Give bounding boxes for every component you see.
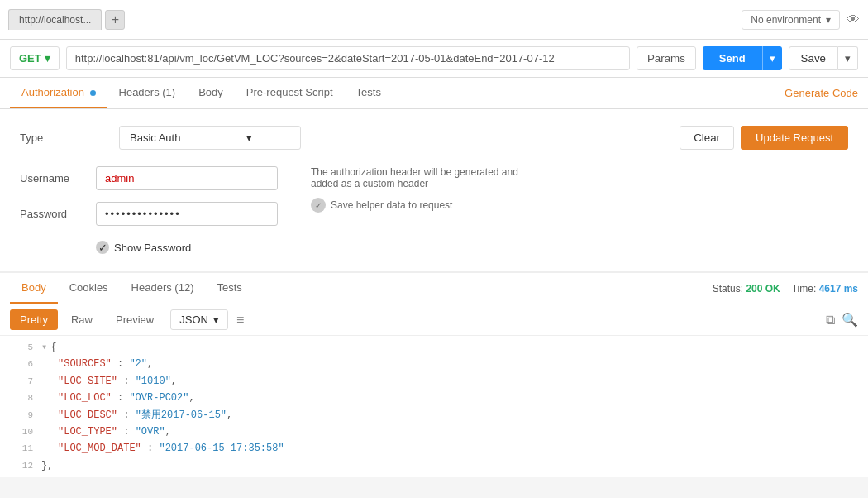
send-arrow-button[interactable]: ▾ [762,46,782,70]
json-line-8: 8 "LOC_LOC" : "OVR-PC02", [0,390,868,406]
save-helper-label: Save helper data to request [331,199,452,211]
status-label: Status: 200 OK [713,283,780,294]
credentials-form: Username Password ✓ Show Password [20,166,278,254]
tab-body[interactable]: Body [187,78,235,108]
url-tab[interactable]: http://localhost... [8,9,102,30]
bv-tab-raw[interactable]: Raw [61,309,103,330]
copy-button[interactable]: ⧉ [826,312,835,328]
send-button[interactable]: Send [703,46,762,70]
response-status: Status: 200 OK Time: 4617 ms [713,283,858,294]
type-value: Basic Auth [130,132,180,144]
add-tab-icon: + [112,12,119,27]
env-dropdown[interactable]: No environment ▾ [742,10,840,30]
password-row: Password [20,202,278,226]
auth-info: The authorization header will be generat… [311,166,542,213]
resp-tab-tests[interactable]: Tests [205,273,253,304]
url-tab-text: http://localhost... [19,14,91,26]
show-password-label: Show Password [114,242,191,254]
username-row: Username [20,166,278,190]
search-button[interactable]: 🔍 [842,312,858,328]
toggle-arrow-5[interactable]: ▾ [41,339,47,356]
json-line-6: 6 "SOURCES" : "2", [0,356,868,372]
auth-section: Type Basic Auth ▾ Clear Update Request U… [0,109,868,271]
eye-icon[interactable]: 👁 [847,12,860,27]
password-label: Password [20,208,86,220]
request-tabs-bar: Authorization Headers (1) Body Pre-reque… [0,78,868,109]
env-label: No environment [751,14,821,26]
body-actions: ⧉ 🔍 [826,312,858,328]
resp-tab-cookies[interactable]: Cookies [58,273,120,304]
resp-tab-body[interactable]: Body [10,273,58,304]
type-select[interactable]: Basic Auth ▾ [119,126,301,150]
credentials-row: Username Password ✓ Show Password The au… [20,166,848,254]
env-arrow-icon: ▾ [826,14,831,26]
save-button[interactable]: Save [789,46,838,70]
format-value: JSON [179,314,208,326]
clear-button[interactable]: Clear [680,126,734,150]
save-chevron-icon: ▾ [845,52,851,65]
save-arrow-button[interactable]: ▾ [838,46,858,70]
auth-info-text: The authorization header will be generat… [311,166,542,189]
update-request-button[interactable]: Update Request [741,126,848,150]
send-button-group: Send ▾ [703,46,782,70]
show-password-row: ✓ Show Password [96,241,278,254]
json-line-10: 10 "LOC_TYPE" : "OVR", [0,424,868,440]
authorization-dot [90,90,96,96]
send-chevron-icon: ▾ [770,52,775,65]
method-arrow-icon: ▾ [45,52,50,65]
bv-tab-pretty[interactable]: Pretty [10,309,58,330]
top-bar: http://localhost... + No environment ▾ 👁 [0,0,868,40]
format-select[interactable]: JSON ▾ [170,309,228,330]
method-label: GET [19,52,41,65]
username-label: Username [20,172,86,184]
url-input[interactable] [66,46,630,70]
json-line-5: 5 ▾ { [0,339,868,356]
username-input[interactable] [96,166,278,190]
json-line-11: 11 "LOC_MOD_DATE" : "2017-06-15 17:35:58… [0,440,868,457]
method-selector[interactable]: GET ▾ [10,46,60,70]
add-tab-button[interactable]: + [105,10,125,30]
tab-tests[interactable]: Tests [345,78,393,108]
show-password-checkbox[interactable]: ✓ [96,241,109,254]
type-arrow-icon: ▾ [246,132,252,144]
password-input[interactable] [96,202,278,226]
json-line-12: 12 }, [0,457,868,474]
json-line-9: 9 "LOC_DESC" : "禁用2017-06-15", [0,407,868,424]
save-helper-row: ✓ Save helper data to request [311,198,542,213]
response-section: Body Cookies Headers (12) Tests Status: … [0,271,868,477]
generate-code-link[interactable]: Generate Code [785,87,858,99]
request-bar: GET ▾ Params Send ▾ Save ▾ [0,40,868,78]
save-helper-icon: ✓ [311,198,326,213]
env-selector: No environment ▾ 👁 [742,10,860,30]
tab-prerequest[interactable]: Pre-request Script [235,78,345,108]
resp-tab-headers[interactable]: Headers (12) [120,273,206,304]
time-label: Time: 4617 ms [792,283,858,294]
params-button[interactable]: Params [637,46,696,70]
tab-headers[interactable]: Headers (1) [107,78,188,108]
type-label: Type [20,132,119,144]
tab-authorization[interactable]: Authorization [10,78,107,108]
body-view-tabs: Pretty Raw Preview JSON ▾ ≡ ⧉ 🔍 [0,304,868,336]
json-line-7: 7 "LOC_SITE" : "1010", [0,373,868,390]
json-viewer: 5 ▾ { 6 "SOURCES" : "2", 7 "LOC_SITE" : … [0,336,868,477]
save-button-group: Save ▾ [789,46,858,70]
auth-type-row: Type Basic Auth ▾ Clear Update Request [20,126,848,150]
bv-tab-preview[interactable]: Preview [106,309,164,330]
time-value: 4617 ms [819,283,858,294]
format-arrow-icon: ▾ [213,314,219,326]
auth-actions: Clear Update Request [680,126,848,150]
status-value: 200 OK [746,283,780,294]
filter-icon[interactable]: ≡ [236,313,244,328]
response-tabs-bar: Body Cookies Headers (12) Tests Status: … [0,273,868,304]
